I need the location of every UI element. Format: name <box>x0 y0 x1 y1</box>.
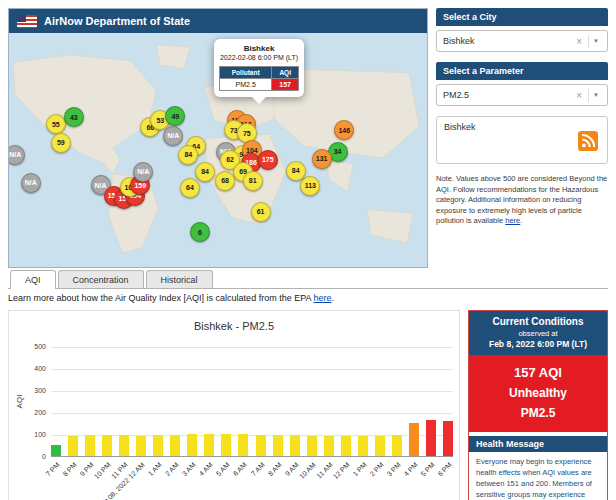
x-tick-label: 1 PM <box>351 461 368 478</box>
rss-feed-city: Bishkek <box>444 122 476 132</box>
chart-bar[interactable] <box>119 435 129 456</box>
parameter-select[interactable]: PM2.5 × ▼ <box>436 84 608 106</box>
gridline <box>51 347 453 348</box>
y-tick-label: 200 <box>20 409 46 416</box>
clear-city-icon[interactable]: × <box>572 36 586 47</box>
map-marker[interactable]: 49 <box>165 106 185 126</box>
chevron-down-icon[interactable]: ▼ <box>591 92 601 98</box>
aqi-value: 157 AQI <box>473 365 603 380</box>
map-marker[interactable]: 84 <box>178 145 198 165</box>
gridline <box>51 413 453 414</box>
map-marker[interactable]: 84 <box>286 161 306 181</box>
popup-city: Bishkek <box>219 44 299 53</box>
x-tick-label: 8 PM <box>61 461 78 478</box>
chart-title: Bishkek - PM2.5 <box>9 320 459 332</box>
tab-aqi[interactable]: AQI <box>10 270 56 289</box>
map-marker[interactable]: 81 <box>243 171 263 191</box>
x-tick-label: 6 AM <box>232 461 248 477</box>
map-marker[interactable]: 68 <box>215 171 235 191</box>
chevron-down-icon[interactable]: ▼ <box>591 38 601 44</box>
app-title: AirNow Department of State <box>44 15 190 27</box>
chart-panel: Bishkek - PM2.5 AQI 0100200300400500 7 P… <box>8 310 460 500</box>
x-tick-label: 5 PM <box>419 461 436 478</box>
popup-aqi-value: 157 <box>272 78 299 90</box>
rss-icon[interactable] <box>578 131 598 151</box>
y-tick-label: 400 <box>20 365 46 372</box>
tab-bar: AQI Concentration Historical <box>8 270 608 289</box>
chart-bar[interactable] <box>136 436 146 456</box>
aqi-category: Unhealthy <box>473 386 603 400</box>
chart-bar[interactable] <box>153 435 163 456</box>
chart-bar[interactable] <box>358 436 368 456</box>
popup-col-pollutant: Pollutant <box>220 66 272 78</box>
current-conditions-header: Current Conditions observed at Feb 8, 20… <box>469 311 607 355</box>
map-marker[interactable]: N/A <box>163 126 183 146</box>
map-marker[interactable]: N/A <box>21 173 41 193</box>
select-divider <box>588 89 589 102</box>
learn-more-period: . <box>332 293 335 303</box>
map-marker[interactable]: 43 <box>64 107 84 127</box>
chart-bar[interactable] <box>409 423 419 456</box>
chart-bar[interactable] <box>324 436 334 456</box>
chart-bar[interactable] <box>51 445 61 456</box>
parameter-select-value: PM2.5 <box>443 90 572 100</box>
y-tick-label: 300 <box>20 387 46 394</box>
chart-bar[interactable] <box>256 435 266 456</box>
current-conditions-title: Current Conditions <box>473 316 603 327</box>
chart-bar[interactable] <box>221 434 231 456</box>
page: AirNow Department of State Bishkek 2022-… <box>0 0 616 500</box>
gridline <box>51 391 453 392</box>
select-city-header: Select a City <box>436 8 608 26</box>
chart-bar[interactable] <box>375 436 385 456</box>
x-tick-label: 2 PM <box>368 461 385 478</box>
map-marker[interactable]: 146 <box>334 120 354 140</box>
world-map[interactable]: Bishkek 2022-02-08 6:00 PM (LT) Pollutan… <box>9 33 427 267</box>
chart-bar[interactable] <box>273 435 283 456</box>
x-tick-label: 7 AM <box>249 461 265 477</box>
us-flag-icon <box>17 15 37 28</box>
plot-area: 0100200300400500 7 PM8 PM9 PM10 PM11 PMT… <box>51 347 453 457</box>
select-parameter-header: Select a Parameter <box>436 62 608 80</box>
map-marker[interactable]: 64 <box>180 178 200 198</box>
map-marker[interactable]: 59 <box>51 133 71 153</box>
x-tick-label: 10 PM <box>93 461 112 480</box>
map-marker[interactable]: N/A <box>133 162 153 182</box>
sidebar: Select a City Bishkek × ▼ Select a Param… <box>436 8 608 227</box>
gridline <box>51 369 453 370</box>
city-select[interactable]: Bishkek × ▼ <box>436 30 608 52</box>
chart-bar[interactable] <box>290 435 300 456</box>
map-marker[interactable]: 61 <box>251 202 271 222</box>
chart-bar[interactable] <box>426 420 436 456</box>
chart-bar[interactable] <box>307 436 317 456</box>
tab-historical[interactable]: Historical <box>146 270 213 288</box>
chart-bar[interactable] <box>238 434 248 456</box>
learn-more-link[interactable]: here <box>314 293 332 303</box>
x-tick-label: 4 AM <box>198 461 214 477</box>
chart-bar[interactable] <box>187 434 197 456</box>
chart-bar[interactable] <box>341 436 351 456</box>
y-axis-label: AQI <box>15 395 24 409</box>
sidebar-note-link[interactable]: here <box>505 216 520 225</box>
chart-bar[interactable] <box>392 435 402 456</box>
y-tick-label: 500 <box>20 343 46 350</box>
x-tick-label: 12 PM <box>331 461 350 480</box>
map-panel: AirNow Department of State Bishkek 2022-… <box>8 8 428 268</box>
chart-bar[interactable] <box>170 435 180 456</box>
map-marker[interactable]: 175 <box>258 150 278 170</box>
current-conditions-panel: Current Conditions observed at Feb 8, 20… <box>468 310 608 500</box>
map-marker[interactable]: 6 <box>190 222 210 242</box>
sidebar-note: Note. Values above 500 are considered Be… <box>436 174 608 227</box>
x-tick-label: 3 AM <box>181 461 197 477</box>
chart-bar[interactable] <box>85 435 95 456</box>
tab-concentration[interactable]: Concentration <box>58 270 144 288</box>
map-marker[interactable]: 131 <box>312 149 332 169</box>
map-header: AirNow Department of State <box>9 9 427 33</box>
chart-bar[interactable] <box>204 434 214 456</box>
chart-bar[interactable] <box>68 436 78 456</box>
chart-bar[interactable] <box>102 435 112 456</box>
map-popup: Bishkek 2022-02-08 6:00 PM (LT) Pollutan… <box>214 39 304 97</box>
map-marker[interactable]: 84 <box>195 162 215 182</box>
chart-bar[interactable] <box>443 421 453 456</box>
clear-parameter-icon[interactable]: × <box>572 90 586 101</box>
map-marker[interactable]: 113 <box>300 176 320 196</box>
